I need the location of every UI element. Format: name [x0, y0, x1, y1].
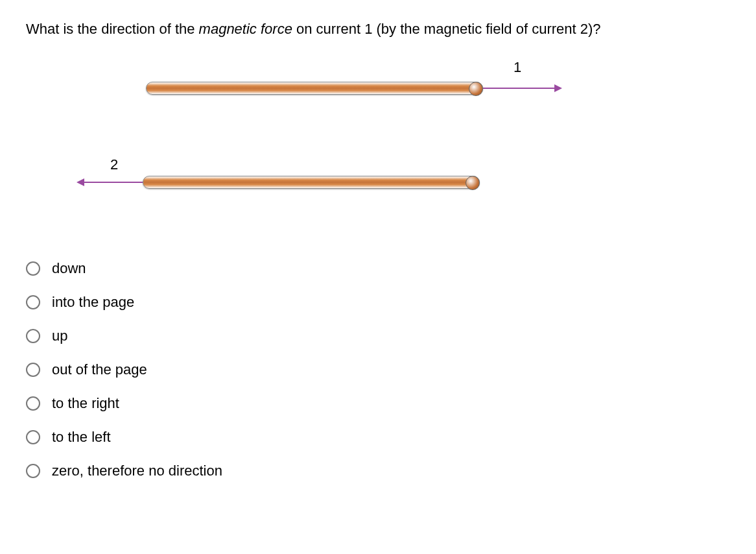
option-label: to the left [52, 429, 111, 446]
question-suffix: on current 1 (by the magnetic field of c… [292, 21, 601, 37]
option-label: out of the page [52, 361, 147, 378]
option-out-of-page[interactable]: out of the page [26, 361, 730, 378]
wire-2-body [143, 176, 480, 189]
option-label: to the right [52, 395, 119, 412]
option-into-page[interactable]: into the page [26, 294, 730, 311]
option-label: zero, therefore no direction [52, 463, 222, 479]
wire-2-label: 2 [110, 156, 118, 173]
option-left[interactable]: to the left [26, 429, 730, 446]
option-label: into the page [52, 294, 134, 311]
option-down[interactable]: down [26, 260, 730, 277]
current-1-arrow [483, 88, 561, 89]
wire-1 [146, 82, 483, 95]
option-up[interactable]: up [26, 328, 730, 344]
radio-icon [26, 363, 40, 377]
option-label: down [52, 260, 86, 277]
radio-icon [26, 295, 40, 309]
wire-1-label: 1 [514, 59, 521, 76]
radio-icon [26, 329, 40, 343]
question-prefix: What is the direction of the [26, 21, 199, 37]
wires-diagram: 1 2 [52, 66, 635, 234]
radio-icon [26, 261, 40, 276]
question-text: What is the direction of the magnetic fo… [26, 19, 730, 40]
option-right[interactable]: to the right [26, 395, 730, 412]
option-zero[interactable]: zero, therefore no direction [26, 463, 730, 479]
question-emphasis: magnetic force [199, 21, 292, 37]
answer-options: down into the page up out of the page to… [26, 260, 730, 479]
radio-icon [26, 396, 40, 411]
option-label: up [52, 328, 67, 344]
wire-1-body [146, 82, 483, 95]
radio-icon [26, 430, 40, 444]
radio-icon [26, 464, 40, 478]
wire-2 [78, 176, 480, 189]
